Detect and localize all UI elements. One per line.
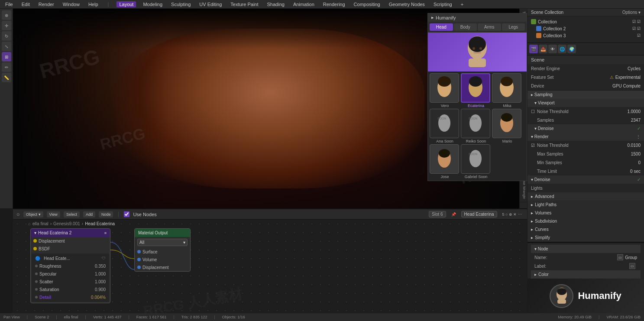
scene-prop-icon[interactable]: 🌐: [558, 45, 566, 53]
svg-text:SOON: SOON: [437, 117, 447, 120]
node-label-row: Label: ▭: [531, 262, 641, 270]
ne-select-btn[interactable]: Select: [64, 211, 80, 217]
character-vero[interactable]: Vero: [430, 73, 460, 108]
mat-displacement-socket[interactable]: [137, 266, 141, 269]
bsdf-label: BSDF: [37, 246, 107, 251]
tab-shading[interactable]: Shading: [265, 2, 286, 7]
tab-plus[interactable]: +: [459, 2, 465, 7]
specular-row: Specular 1.000: [32, 270, 108, 278]
character-mika[interactable]: Mika: [492, 73, 522, 108]
move-tool[interactable]: ✛: [2, 21, 11, 30]
humanify-tab-legs[interactable]: Legs: [502, 23, 525, 31]
top-menubar: File Edit Render Window Help | Layout Mo…: [0, 0, 644, 9]
rotate-tool[interactable]: ↻: [2, 31, 11, 41]
viewport-render: RRCG RRCG RRCG ▸ Humanify Head Body Arms…: [13, 9, 527, 208]
subdivision-header[interactable]: ▸ Subdivision: [527, 217, 644, 225]
menu-help[interactable]: Help: [87, 2, 100, 7]
noise-threshold-toggle[interactable]: ☐: [531, 109, 537, 114]
options-btn[interactable]: Options ▾: [622, 10, 641, 15]
render-prop-icon[interactable]: 🎬: [529, 45, 538, 53]
denoise-row[interactable]: ▾ Denoise ✓: [527, 124, 644, 133]
node-header[interactable]: ▾ Node: [531, 245, 641, 253]
roughness-label: Roughness: [38, 264, 95, 269]
cursor-tool[interactable]: ⊕: [2, 10, 11, 20]
slot-indicator[interactable]: Slot 6: [429, 211, 446, 217]
svg-point-3: [472, 47, 475, 50]
tab-texture-paint[interactable]: Texture Paint: [229, 2, 260, 7]
collection-name-3: Collection 3: [543, 33, 566, 38]
surface-socket[interactable]: [137, 250, 141, 253]
humanify-tab-head[interactable]: Head: [430, 23, 453, 31]
head-node-menu[interactable]: ≡: [104, 231, 107, 235]
simplify-header[interactable]: ▸ Simplify: [527, 233, 644, 242]
volumes-header[interactable]: ▸ Volumes: [527, 209, 644, 217]
main-viewport[interactable]: ⊙ Object Mode ▾ View Select Add Object ⊕…: [13, 9, 527, 208]
advanced-header[interactable]: ▸ Advanced: [527, 192, 644, 201]
render-section-expand[interactable]: ⋮: [636, 134, 641, 139]
menu-window[interactable]: Window: [61, 2, 81, 7]
char-anasoon-label: Ana Soon: [430, 139, 460, 143]
character-anasoon[interactable]: SOON Ana Soon: [430, 109, 460, 143]
humanify-panel-header: ▸ Humanify: [428, 13, 527, 22]
ne-node-btn[interactable]: Node: [99, 211, 113, 217]
mat-target-dropdown[interactable]: All ▾: [137, 239, 188, 246]
collection-item-1: Collection ☑ ☑: [527, 18, 644, 25]
render-noise-label: Noise Threshold: [537, 143, 627, 148]
render-noise-checkbox[interactable]: ☑: [531, 143, 537, 148]
sampling-header[interactable]: ▸ Sampling: [527, 91, 644, 99]
tab-sculpting[interactable]: Sculpting: [169, 2, 192, 7]
saturation-label: Saturation: [38, 287, 95, 292]
tab-animation[interactable]: Animation: [291, 2, 316, 7]
displacement-socket[interactable]: [33, 239, 37, 243]
tab-layout[interactable]: Layout: [117, 1, 136, 7]
node-canvas[interactable]: ▾ Head Ecaterina 2 ≡ Displacement BSDF 🔵…: [13, 220, 527, 321]
curves-header[interactable]: ▸ Curves: [527, 225, 644, 233]
use-nodes-label: Use Nodes: [133, 212, 156, 217]
material-output-node[interactable]: Material Output All ▾ Surface Volume Dis…: [134, 228, 191, 272]
material-name-text: Head Ecaterina: [464, 212, 494, 217]
light-paths-header[interactable]: ▸ Light Paths: [527, 201, 644, 209]
scene-collection-title: Scene Collection: [531, 10, 563, 15]
humanify-tab-arms[interactable]: Arms: [478, 23, 501, 31]
render-section-header[interactable]: ▾ Render ⋮: [527, 133, 644, 141]
noise-threshold-label: Noise Threshold: [537, 109, 627, 114]
annotate-tool[interactable]: ✏: [2, 62, 11, 72]
ne-add-btn[interactable]: Add: [83, 211, 95, 217]
character-jose[interactable]: Jose: [430, 144, 460, 179]
character-ecaterina[interactable]: Ecaterina: [461, 73, 491, 108]
scale-tool[interactable]: ⤡: [2, 42, 11, 51]
collection-item-3: Collection 3 ☑: [527, 32, 644, 39]
character-mario[interactable]: Mario: [492, 109, 522, 143]
character-gabrielsoon[interactable]: SOON Gabriel Soon: [461, 144, 491, 179]
head-ecaterina-node[interactable]: ▾ Head Ecaterina 2 ≡ Displacement BSDF 🔵…: [30, 228, 110, 303]
tab-scripting[interactable]: Scripting: [432, 2, 454, 7]
tab-compositing[interactable]: Compositing: [352, 2, 382, 7]
menu-render[interactable]: Render: [37, 2, 56, 7]
viewport-header-row[interactable]: ▾ Viewport: [527, 99, 644, 107]
tab-modeling[interactable]: Modeling: [141, 2, 164, 7]
tab-geometry-nodes[interactable]: Geometry Nodes: [387, 2, 427, 7]
use-nodes-checkbox[interactable]: [124, 211, 129, 217]
tab-uv-editing[interactable]: UV Editing: [197, 2, 223, 7]
output-prop-icon[interactable]: 📤: [539, 45, 547, 53]
denoise-2-row[interactable]: ▾ Denoise ✓: [527, 175, 644, 184]
world-prop-icon[interactable]: 🌍: [567, 45, 576, 53]
ne-view-btn[interactable]: View: [47, 211, 60, 217]
scatter-value: 1.000: [95, 279, 106, 284]
view-prop-icon[interactable]: 👁: [548, 45, 557, 53]
character-reikosoon[interactable]: SOON Reiko Soon: [461, 109, 491, 143]
node-name-row: Name: ▭ Group: [531, 253, 641, 262]
tab-rendering[interactable]: Rendering: [321, 2, 347, 7]
volume-socket[interactable]: [137, 258, 141, 261]
detail-value: 0.004%: [91, 295, 106, 300]
bsdf-socket[interactable]: [33, 247, 37, 250]
head-node-collapse[interactable]: ▾: [34, 230, 36, 235]
menu-file[interactable]: File: [3, 2, 15, 7]
measure-tool[interactable]: 📏: [2, 73, 11, 82]
menu-edit[interactable]: Edit: [20, 2, 32, 7]
volume-row: Volume: [135, 256, 190, 263]
color-header[interactable]: ▸ Color: [531, 270, 641, 279]
humanify-tab-body[interactable]: Body: [454, 23, 477, 31]
transform-tool[interactable]: ⊞: [2, 52, 11, 62]
ne-object-btn[interactable]: Object ▾: [23, 211, 43, 217]
